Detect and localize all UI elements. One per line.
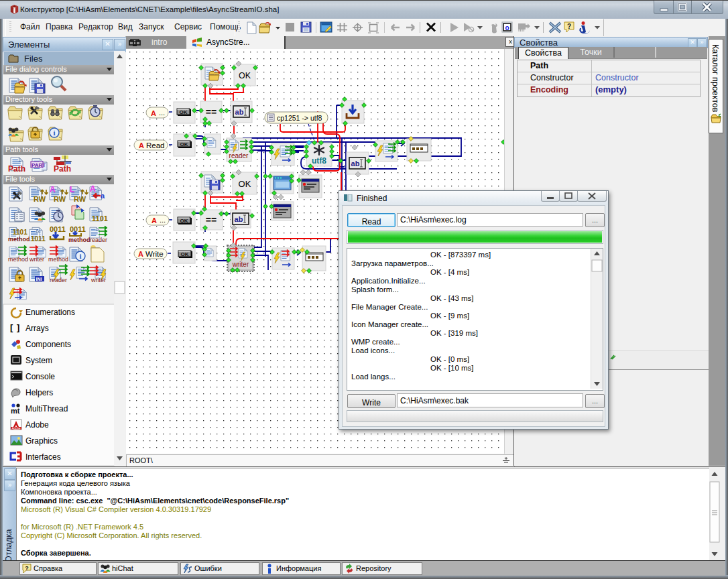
svg-text:writer: writer bbox=[232, 261, 249, 268]
svg-text:==: == bbox=[206, 107, 217, 117]
svg-text:MultiThread: MultiThread bbox=[25, 404, 68, 413]
svg-text:?: ? bbox=[25, 565, 29, 572]
svg-text:Components: Components bbox=[25, 340, 71, 349]
svg-text:?: ? bbox=[567, 23, 571, 30]
svg-text:A: A bbox=[50, 185, 56, 194]
svg-text:A: A bbox=[90, 184, 96, 194]
svg-text:mt: mt bbox=[11, 407, 20, 415]
svg-text:Path: Path bbox=[8, 164, 25, 174]
svg-text:1101: 1101 bbox=[92, 214, 108, 222]
svg-text:System: System bbox=[25, 356, 52, 365]
svg-text:i: i bbox=[79, 252, 81, 260]
svg-text:...: ... bbox=[159, 109, 165, 117]
svg-text:method: method bbox=[68, 237, 90, 243]
svg-text:Write: Write bbox=[145, 250, 164, 258]
svg-text:INI: INI bbox=[36, 277, 42, 281]
svg-text:Каталог проектов: Каталог проектов bbox=[711, 44, 720, 113]
svg-text:ab: ab bbox=[235, 108, 244, 116]
svg-text:Interfaces: Interfaces bbox=[25, 452, 61, 462]
svg-text:utf8: utf8 bbox=[312, 156, 326, 166]
svg-text:==: == bbox=[206, 214, 217, 225]
svg-text:]: ] bbox=[17, 322, 19, 332]
svg-text:Console: Console bbox=[25, 372, 55, 381]
svg-text:Adobe: Adobe bbox=[11, 427, 21, 430]
svg-text:Helpers: Helpers bbox=[25, 388, 53, 397]
svg-text:OK: OK bbox=[239, 179, 251, 189]
svg-text:reader: reader bbox=[50, 277, 67, 283]
svg-text:OK: OK bbox=[239, 71, 251, 80]
svg-text:1101: 1101 bbox=[13, 229, 27, 236]
svg-text:reader: reader bbox=[90, 237, 107, 243]
svg-text:writer: writer bbox=[29, 256, 44, 263]
svg-text:[: [ bbox=[10, 322, 13, 332]
svg-text:cp1251 -> utf8: cp1251 -> utf8 bbox=[277, 114, 322, 122]
svg-text:PART: PART bbox=[32, 162, 46, 168]
svg-text:Path: Path bbox=[54, 164, 71, 174]
svg-text:Adobe: Adobe bbox=[25, 420, 49, 430]
svg-text:method: method bbox=[8, 236, 30, 243]
svg-text:Graphics: Graphics bbox=[25, 436, 58, 446]
svg-text:A: A bbox=[151, 216, 157, 224]
svg-text:A: A bbox=[138, 250, 143, 258]
svg-text:i: i bbox=[53, 129, 55, 137]
svg-text:A: A bbox=[139, 141, 144, 149]
svg-text:...: ... bbox=[160, 216, 166, 224]
svg-text:0011: 0011 bbox=[50, 225, 66, 233]
svg-text:Read: Read bbox=[146, 141, 165, 149]
svg-text:A: A bbox=[151, 109, 156, 117]
svg-text:L: L bbox=[70, 185, 74, 194]
svg-text:a: a bbox=[101, 192, 105, 200]
svg-text:0011: 0011 bbox=[70, 225, 86, 233]
svg-text:method: method bbox=[48, 256, 68, 263]
svg-text:ab: ab bbox=[351, 159, 360, 168]
svg-text:Arrays: Arrays bbox=[25, 324, 49, 333]
svg-text:Enumerations: Enumerations bbox=[25, 308, 75, 317]
svg-text:method: method bbox=[8, 256, 28, 263]
svg-text:writer: writer bbox=[90, 277, 106, 283]
svg-text:ab: ab bbox=[235, 215, 243, 223]
svg-text:1011: 1011 bbox=[31, 235, 46, 243]
svg-text:reader: reader bbox=[229, 152, 249, 159]
svg-text:o: o bbox=[505, 24, 509, 31]
